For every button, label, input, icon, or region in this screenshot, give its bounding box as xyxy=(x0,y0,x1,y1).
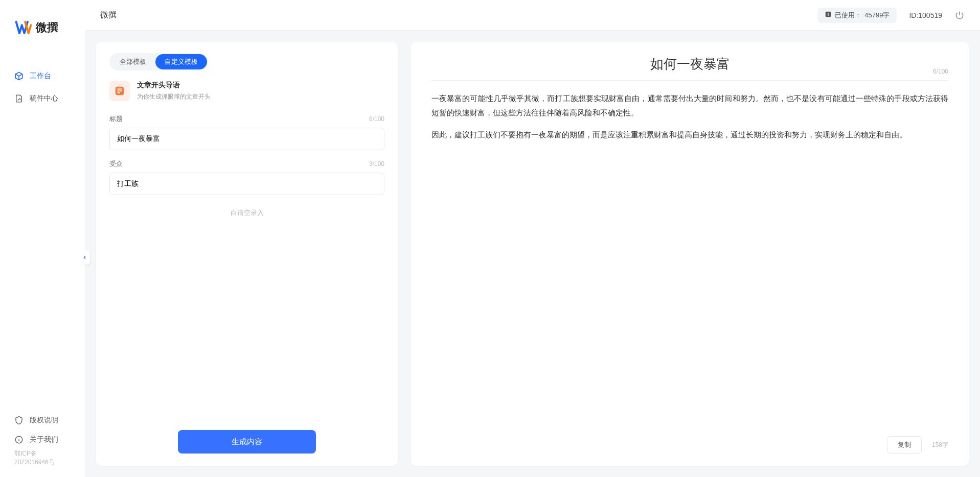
tab-all-templates[interactable]: 全部模板 xyxy=(110,54,155,69)
field-label: 标题 xyxy=(109,114,123,124)
footer-link-label: 版权说明 xyxy=(30,416,58,425)
usage-value: 45799字 xyxy=(864,11,890,20)
generate-button[interactable]: 生成内容 xyxy=(178,430,316,454)
field-label: 受众 xyxy=(109,159,123,169)
sidebar-item-label: 稿件中心 xyxy=(30,94,58,103)
panel-form: 全部模板 自定义模板 文章开头导语 为你生成抓眼球的文章开头 标题 6/100 … xyxy=(96,42,398,466)
power-icon[interactable] xyxy=(954,10,965,20)
usage-label: 已使用： xyxy=(835,11,861,20)
topbar: 微撰 T 已使用： 45799字 ID:100519 xyxy=(85,0,980,31)
tab-custom-templates[interactable]: 自定义模板 xyxy=(155,54,207,69)
empty-hint: 白请空录入 xyxy=(109,208,384,218)
sidebar-item-workspace[interactable]: 工作台 xyxy=(10,66,75,86)
sidebar-item-drafts[interactable]: 稿件中心 xyxy=(10,89,75,108)
template-tab-group: 全部模板 自定义模板 xyxy=(109,53,208,70)
copy-button[interactable]: 复制 xyxy=(887,436,922,454)
field-title: 标题 6/100 xyxy=(109,114,384,150)
result-paragraph: 一夜暴富的可能性几乎微乎其微，而打工族想要实现财富自由，通常需要付出大量的时间和… xyxy=(431,92,948,120)
svg-rect-8 xyxy=(117,92,120,93)
template-header: 文章开头导语 为你生成抓眼球的文章开头 xyxy=(109,81,384,101)
usage-chip[interactable]: T 已使用： 45799字 xyxy=(817,8,897,23)
document-icon xyxy=(14,94,24,103)
panel-result: 如何一夜暴富 6/100 一夜暴富的可能性几乎微乎其微，而打工族想要实现财富自由… xyxy=(411,42,969,466)
field-char-count: 3/100 xyxy=(369,160,384,168)
footer-link-label: 关于我们 xyxy=(30,435,58,444)
brand-logo: 微撰 xyxy=(0,0,85,36)
footer-link-copyright[interactable]: 版权说明 xyxy=(10,411,75,430)
content: 全部模板 自定义模板 文章开头导语 为你生成抓眼球的文章开头 标题 6/100 … xyxy=(85,31,980,477)
template-type-icon xyxy=(109,81,130,101)
text-icon: T xyxy=(825,11,832,19)
icp-number: 鄂ICP备2022016946号 xyxy=(10,449,75,470)
brand-name: 微撰 xyxy=(36,20,58,35)
result-title-row: 如何一夜暴富 6/100 xyxy=(431,55,948,81)
field-char-count: 6/100 xyxy=(369,115,384,123)
field-audience: 受众 3/100 xyxy=(109,159,384,195)
template-name: 文章开头导语 xyxy=(137,81,211,90)
result-paragraph: 因此，建议打工族们不要抱有一夜暴富的期望，而是应该注重积累财富和提高自身技能，通… xyxy=(431,128,948,142)
template-desc: 为你生成抓眼球的文章开头 xyxy=(137,92,211,101)
sidebar-footer: 版权说明 关于我们 鄂ICP备2022016946号 xyxy=(0,411,85,477)
info-icon xyxy=(14,435,24,444)
title-input[interactable] xyxy=(109,128,384,150)
user-id: ID:100519 xyxy=(909,11,942,19)
audience-input[interactable] xyxy=(109,173,384,195)
svg-rect-6 xyxy=(117,88,122,89)
shield-icon xyxy=(14,416,24,425)
svg-text:T: T xyxy=(827,12,830,17)
sidebar: 微撰 工作台 稿件中心 版权说明 关于我们 鄂ICP xyxy=(0,0,85,477)
result-body: 一夜暴富的可能性几乎微乎其微，而打工族想要实现财富自由，通常需要付出大量的时间和… xyxy=(431,92,948,151)
page-title: 微撰 xyxy=(100,10,117,20)
brand-logo-mark xyxy=(15,19,32,36)
footer-link-about[interactable]: 关于我们 xyxy=(10,430,75,449)
sidebar-item-label: 工作台 xyxy=(30,71,51,81)
cube-icon xyxy=(14,71,24,81)
result-char-count: 158字 xyxy=(932,441,948,449)
sidebar-nav: 工作台 稿件中心 xyxy=(0,66,85,411)
result-title-count: 6/100 xyxy=(933,68,948,75)
result-title: 如何一夜暴富 xyxy=(431,55,948,80)
svg-rect-7 xyxy=(117,90,122,91)
